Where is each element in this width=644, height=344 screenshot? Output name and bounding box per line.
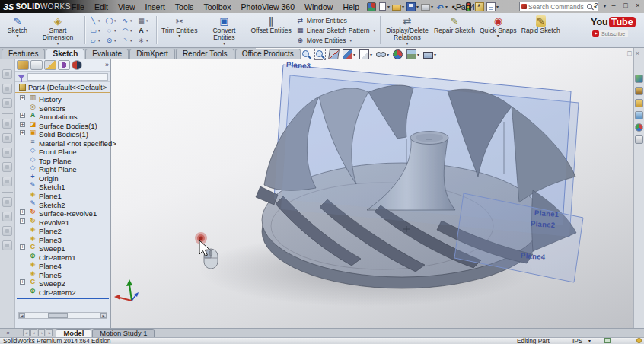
entity-ellipse[interactable] <box>89 35 104 45</box>
tree-item-cirpattern1[interactable]: CirPattern1 <box>15 252 110 261</box>
tree-root[interactable]: Part4 (Default<<Default>_Disp <box>15 82 110 93</box>
menu-insert[interactable]: Insert <box>145 2 165 11</box>
model-scene[interactable] <box>111 48 644 328</box>
entity-line[interactable] <box>89 15 104 25</box>
dropdown-arrow-icon[interactable] <box>353 52 355 57</box>
entity-perimeter-circle[interactable] <box>105 25 120 35</box>
tree-item-sketch1[interactable]: Sketch1 <box>15 181 110 190</box>
tree-item-front-plane[interactable]: Front Plane <box>15 146 110 155</box>
button-repair[interactable]: Repair Sketch <box>432 14 477 46</box>
solidworks-resources[interactable] <box>635 75 643 83</box>
help-button[interactable]: ? <box>591 1 601 11</box>
tab-motion-study-1[interactable]: Motion Study 1 <box>92 329 155 337</box>
view-orientation[interactable] <box>343 49 355 59</box>
flyout-arrow-icon[interactable] <box>56 42 59 46</box>
plane-label-plane3[interactable]: Plane3 <box>286 60 311 70</box>
minimize-button[interactable]: – <box>609 1 618 11</box>
help-dropdown-icon[interactable] <box>604 2 606 11</box>
expand-toggle-icon[interactable] <box>20 209 25 215</box>
entity-point[interactable] <box>105 35 120 45</box>
menu-window[interactable]: Window <box>304 2 333 11</box>
tree-item-top-plane[interactable]: Top Plane <box>15 155 110 164</box>
search-commands-box[interactable] <box>519 2 598 11</box>
graphics-area[interactable]: Plane3Plane1Plane2Plane4 <box>111 48 644 328</box>
document-restore-icon[interactable] <box>627 49 631 57</box>
dropdown-arrow-icon[interactable] <box>130 38 132 43</box>
rollback-bar[interactable] <box>17 298 109 299</box>
disabled-tool-icon[interactable] <box>2 133 12 143</box>
restore-button[interactable]: □ <box>621 1 630 11</box>
tree-item-plane1[interactable]: Plane1 <box>15 190 110 199</box>
dropdown-arrow-icon[interactable] <box>387 2 390 11</box>
plane-label-plane2[interactable]: Plane2 <box>531 219 556 229</box>
panel-overflow-chevron-icon[interactable] <box>105 61 109 68</box>
scroll-right-icon[interactable] <box>100 313 107 318</box>
dropdown-arrow-icon[interactable] <box>387 52 389 57</box>
last-tab-icon[interactable] <box>46 329 53 336</box>
button-sketch[interactable]: Sketch <box>2 14 33 46</box>
entity-fillet[interactable] <box>121 35 136 45</box>
dropdown-arrow-icon[interactable] <box>146 28 148 33</box>
dropdown-arrow-icon[interactable] <box>416 2 419 11</box>
button-smart-dimension[interactable]: Smart Dimension <box>33 14 82 46</box>
button-mirror[interactable]: Mirror Entities <box>296 16 375 25</box>
expand-toggle-icon[interactable] <box>20 130 25 135</box>
menu-toolbox[interactable]: Toolbox <box>203 2 231 11</box>
displaymanager-tab-icon[interactable] <box>72 60 82 70</box>
dropdown-arrow-icon[interactable] <box>402 2 404 11</box>
quick-access-save[interactable] <box>406 2 419 11</box>
menu-edit[interactable]: Edit <box>94 2 108 11</box>
scroll-left-icon[interactable] <box>19 313 25 318</box>
dropdown-arrow-icon[interactable] <box>370 52 372 57</box>
tree-item-plane5[interactable]: Plane5 <box>15 269 110 279</box>
configurationmanager-tab-icon[interactable] <box>44 60 56 70</box>
zoom-to-fit[interactable] <box>301 49 311 59</box>
dropdown-arrow-icon[interactable] <box>349 38 352 43</box>
custom-properties[interactable] <box>635 135 643 144</box>
close-button[interactable]: × <box>633 1 642 11</box>
search-input[interactable] <box>528 3 585 11</box>
entity-text[interactable] <box>137 25 152 35</box>
dropdown-arrow-icon[interactable] <box>434 52 436 57</box>
dimxpertmanager-tab-icon[interactable] <box>58 60 70 70</box>
disabled-tool-icon[interactable] <box>2 177 12 186</box>
dropdown-arrow-icon[interactable] <box>130 18 132 23</box>
plane-label-plane1[interactable]: Plane1 <box>534 209 560 218</box>
flyout-arrow-icon[interactable] <box>16 34 18 38</box>
button-linear-pattern[interactable]: Linear Sketch Pattern <box>296 26 375 35</box>
flyout-arrow-icon[interactable] <box>406 42 408 46</box>
dropdown-arrow-icon[interactable] <box>373 28 375 33</box>
tree-item-annotations[interactable]: Annotations <box>15 111 110 120</box>
entity-region[interactable] <box>137 15 152 25</box>
scrollbar-thumb[interactable] <box>48 313 68 318</box>
menu-file[interactable]: File <box>72 2 84 11</box>
disabled-tool-icon[interactable] <box>2 226 12 236</box>
tab-sketch[interactable]: Sketch <box>46 49 84 59</box>
expand-toggle-icon[interactable] <box>20 113 25 118</box>
quick-access-color-swatches[interactable] <box>367 2 376 11</box>
view-settings[interactable] <box>423 50 436 59</box>
file-explorer[interactable] <box>635 99 643 107</box>
disabled-tool-icon[interactable] <box>2 119 12 129</box>
expand-toggle-icon[interactable] <box>20 244 25 250</box>
disabled-tool-icon[interactable] <box>2 240 12 250</box>
tree-item-plane4[interactable]: Plane4 <box>15 260 110 269</box>
hide-show-items[interactable] <box>376 49 389 59</box>
dropdown-arrow-icon[interactable] <box>130 28 132 33</box>
tree-item-plane2[interactable]: Plane2 <box>15 225 110 234</box>
button-offset[interactable]: Offset Entities <box>248 14 293 46</box>
units-selector[interactable]: IPS <box>572 338 582 344</box>
dropdown-arrow-icon[interactable] <box>146 38 148 43</box>
disabled-tool-icon[interactable] <box>2 98 12 108</box>
tree-item-revolve1[interactable]: Revolve1 <box>15 217 110 226</box>
panel-horizontal-scrollbar[interactable] <box>18 312 107 319</box>
plane-label-plane4[interactable]: Plane4 <box>521 251 546 261</box>
disabled-tool-icon[interactable] <box>2 197 12 207</box>
entity-rectangle[interactable] <box>89 25 104 35</box>
expand-toggle-icon[interactable] <box>20 95 25 100</box>
tree-item-surface-revolve1[interactable]: Surface-Revolve1 <box>15 208 110 217</box>
tab-office-products[interactable]: Office Products <box>235 49 301 59</box>
quick-access-open[interactable] <box>392 2 404 11</box>
tab-model[interactable]: Model <box>56 329 91 337</box>
flyout-arrow-icon[interactable] <box>178 34 180 38</box>
